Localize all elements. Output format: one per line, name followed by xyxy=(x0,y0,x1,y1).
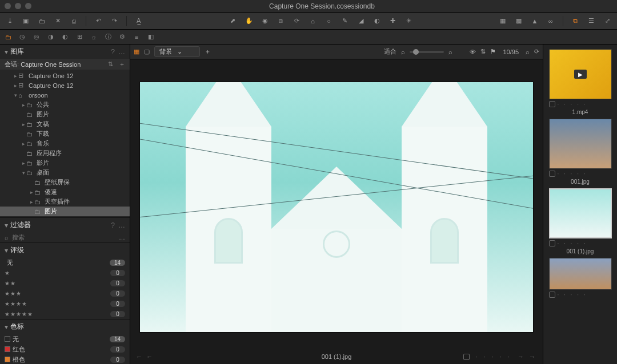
crop-tool-icon[interactable]: ⧈ xyxy=(276,16,286,26)
colortag-filter-row[interactable]: 橙色 0 xyxy=(0,354,130,364)
rating-dots[interactable]: · · · · · xyxy=(558,240,587,246)
capture-tab-icon[interactable]: ◷ xyxy=(18,33,27,42)
disclosure-icon[interactable]: ▸ xyxy=(29,189,34,195)
colortag-filter-row[interactable]: 红色 0 xyxy=(0,344,130,354)
preview-image[interactable] xyxy=(139,82,534,333)
rating-filter-row[interactable]: 无 14 xyxy=(0,257,130,268)
thumb-image[interactable]: ▶ xyxy=(549,49,612,99)
tree-item[interactable]: ▸ 🗀 音乐 xyxy=(0,139,130,148)
rating-dots[interactable]: · · · · · xyxy=(558,292,587,298)
proof-icon[interactable]: 👁 xyxy=(470,48,476,55)
minimize-window[interactable] xyxy=(15,3,21,9)
session-selector[interactable]: 会话: Capture One Session ⇅ ＋ xyxy=(0,59,130,70)
spot-tool-icon[interactable]: ○ xyxy=(324,16,334,26)
tree-item[interactable]: ▸ 🗀 影片 xyxy=(0,158,130,168)
help-icon[interactable]: ? xyxy=(111,48,115,56)
tree-item[interactable]: 🗀 下载 xyxy=(0,129,130,139)
disclosure-icon[interactable]: ▸ xyxy=(29,199,34,205)
disclosure-icon[interactable]: ▾ xyxy=(13,92,18,98)
rating-dots[interactable]: · · · · · xyxy=(475,353,512,360)
more-icon[interactable]: … xyxy=(119,234,125,241)
select-tool-icon[interactable]: ⬈ xyxy=(228,16,238,26)
browser-mode-icon[interactable]: ☰ xyxy=(586,16,596,26)
search-browser-icon[interactable]: ⌕ xyxy=(526,48,530,55)
colortag-filter-row[interactable]: 无 14 xyxy=(0,334,130,344)
gradient-tool-icon[interactable]: ◢ xyxy=(356,16,366,26)
flag-icon[interactable]: ⚑ xyxy=(490,48,496,55)
batch-tab-icon[interactable]: ≡ xyxy=(132,33,141,42)
tree-item[interactable]: 🗀 图片 xyxy=(0,207,130,216)
disclosure-icon[interactable]: ▸ xyxy=(21,122,26,127)
adjust-tab-icon[interactable]: ☼ xyxy=(89,33,98,42)
annotation-icon[interactable]: A̲ xyxy=(134,16,144,26)
rating-filter-row[interactable]: ★★★★★ 0 xyxy=(0,309,130,319)
fullscreen-icon[interactable]: ⤢ xyxy=(602,16,612,26)
tree-item[interactable]: ▸ 🗀 天空插件 xyxy=(0,197,130,207)
color-tab-icon[interactable]: ◑ xyxy=(46,33,55,42)
undo-icon[interactable]: ↶ xyxy=(93,16,103,26)
close-window[interactable] xyxy=(5,3,11,9)
before-after-icon[interactable]: ∞ xyxy=(546,16,556,26)
rating-dots[interactable]: · · · · · xyxy=(558,171,587,177)
rating-panel-header[interactable]: ▾ 评级 xyxy=(0,243,130,257)
output-tab-icon[interactable]: ⚙ xyxy=(118,33,127,42)
more-icon[interactable]: … xyxy=(118,48,125,56)
disclosure-icon[interactable]: ▸ xyxy=(21,141,26,147)
help-icon[interactable]: ? xyxy=(111,221,115,229)
session-dropdown-icon[interactable]: ⇅ xyxy=(108,60,113,68)
next-image-icon[interactable]: → → xyxy=(518,353,537,360)
filters-panel-header[interactable]: ▾ 过滤器 ? … xyxy=(0,218,130,232)
refresh-icon[interactable]: ⟳ xyxy=(534,48,539,55)
tree-item[interactable]: ▸ 🗀 傻逼 xyxy=(0,187,130,197)
rotate-tool-icon[interactable]: ⟳ xyxy=(292,16,302,26)
pick-checkbox[interactable] xyxy=(549,292,555,298)
thumb-image[interactable] xyxy=(549,188,612,238)
tree-item[interactable]: 🗀 壁纸屏保 xyxy=(0,177,130,187)
grid-overlay-icon[interactable]: ▩ xyxy=(514,16,524,26)
prev-image-icon[interactable]: ← ← xyxy=(136,353,154,360)
pick-checkbox[interactable] xyxy=(549,240,555,246)
disclosure-icon[interactable]: ▸ xyxy=(13,73,18,79)
zoom-window[interactable] xyxy=(25,3,31,9)
variant-select[interactable]: 背景 ⌄ xyxy=(154,46,200,57)
thumb-image[interactable] xyxy=(549,258,612,290)
heal-tool-icon[interactable]: ✚ xyxy=(388,16,398,26)
tree-item[interactable]: ▸ 🗀 文稿 xyxy=(0,119,130,129)
details-tab-icon[interactable]: ⊞ xyxy=(75,33,84,42)
disclosure-icon[interactable]: ▸ xyxy=(21,102,26,108)
rating-dots[interactable]: · · · · · xyxy=(558,101,587,107)
canvas[interactable] xyxy=(130,59,543,349)
pick-checkbox[interactable] xyxy=(549,171,555,177)
brush-tool-icon[interactable]: ✎ xyxy=(340,16,350,26)
zoom-out-icon[interactable]: ⌕ xyxy=(401,48,405,55)
quickedit-tab-icon[interactable]: ◧ xyxy=(146,33,155,42)
sliders-icon[interactable]: ⇅ xyxy=(480,48,486,55)
pick-checkbox[interactable] xyxy=(463,354,470,360)
more-icon[interactable]: … xyxy=(118,221,125,229)
exposure-warning-icon[interactable]: ▦ xyxy=(498,16,508,26)
exposure-tab-icon[interactable]: ◐ xyxy=(61,33,70,42)
pick-checkbox[interactable] xyxy=(549,101,555,107)
library-panel-header[interactable]: ▾ 图库 ? … xyxy=(0,45,130,59)
disclosure-icon[interactable]: ▸ xyxy=(13,83,18,88)
search-input[interactable] xyxy=(12,234,115,241)
focus-mask-icon[interactable]: ▲ xyxy=(530,16,540,26)
grid-view-icon[interactable]: ▦ xyxy=(134,48,139,55)
add-icon[interactable]: ＋ xyxy=(119,60,125,68)
tree-item[interactable]: 🗀 应用程序 xyxy=(0,148,130,158)
tree-item[interactable]: ▸ 🗀 公共 xyxy=(0,100,130,110)
thumbnail[interactable]: ▶ · · · · · 1.mp4 xyxy=(548,49,612,115)
tree-item[interactable]: 🗀 图片 xyxy=(0,110,130,119)
keystone-tool-icon[interactable]: ⌂ xyxy=(308,16,318,26)
fit-label[interactable]: 适合 xyxy=(384,47,396,56)
delete-icon[interactable]: ✕ xyxy=(53,16,63,26)
rating-filter-row[interactable]: ★★ 0 xyxy=(0,278,130,288)
camera-icon[interactable]: ▣ xyxy=(21,16,31,26)
metadata-tab-icon[interactable]: ⓘ xyxy=(103,33,113,42)
thumb-image[interactable] xyxy=(549,119,612,169)
single-view-icon[interactable]: ▢ xyxy=(144,48,150,55)
hand-tool-icon[interactable]: ✋ xyxy=(244,16,254,26)
disclosure-icon[interactable]: ▾ xyxy=(21,170,26,176)
rating-filter-row[interactable]: ★★★ 0 xyxy=(0,288,130,298)
import-icon[interactable]: ⤓ xyxy=(5,16,15,26)
